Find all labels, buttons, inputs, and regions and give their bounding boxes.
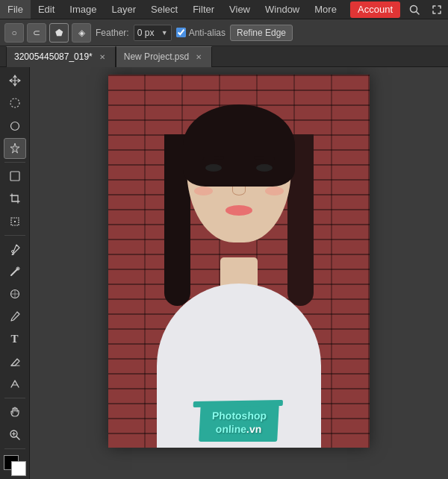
magic-wand-tool[interactable] bbox=[4, 138, 26, 159]
lasso-tools-group: ○ ⊂ ⬟ ◈ bbox=[4, 23, 91, 43]
menu-account[interactable]: Account bbox=[350, 1, 400, 18]
menu-view[interactable]: View bbox=[222, 0, 258, 19]
watermark-line2-prefix: online bbox=[215, 423, 246, 435]
svg-point-3 bbox=[10, 122, 19, 130]
refine-edge-button[interactable]: Refine Edge bbox=[230, 25, 293, 41]
lasso-btn[interactable]: ⊂ bbox=[27, 23, 46, 43]
ellipse-marquee-btn[interactable]: ○ bbox=[4, 23, 24, 43]
menu-layer[interactable]: Layer bbox=[105, 0, 144, 19]
blush-left bbox=[194, 187, 213, 195]
transform-tool[interactable] bbox=[4, 210, 26, 231]
circle-select-tool[interactable] bbox=[4, 115, 26, 136]
watermark-line2-suffix: .vn bbox=[246, 423, 262, 435]
watermark-text: Photoshop online.vn bbox=[211, 409, 267, 436]
eraser-tool[interactable] bbox=[4, 351, 26, 372]
antialias-label: Anti-alias bbox=[189, 28, 225, 38]
magnetic-lasso-btn[interactable]: ◈ bbox=[72, 23, 91, 43]
text-tool[interactable]: T bbox=[4, 329, 26, 350]
svg-line-14 bbox=[16, 436, 19, 439]
eyedropper-tool[interactable] bbox=[4, 239, 26, 260]
healing-brush-tool[interactable] bbox=[4, 261, 26, 282]
eyebrow-right bbox=[254, 156, 275, 160]
poly-lasso-btn[interactable]: ⬟ bbox=[49, 23, 69, 43]
lips bbox=[225, 205, 252, 216]
brush-tool[interactable] bbox=[4, 306, 26, 327]
watermark-line1: Photoshop bbox=[212, 410, 267, 422]
quick-selection-tool[interactable] bbox=[4, 166, 26, 187]
feather-input-group[interactable]: ▼ bbox=[134, 25, 172, 41]
canvas-wrapper: Photoshop online.vn bbox=[108, 75, 370, 448]
tab-2[interactable]: New Project.psd ✕ bbox=[116, 46, 212, 67]
feather-dropdown-arrow[interactable]: ▼ bbox=[161, 29, 168, 37]
crop-tool[interactable] bbox=[4, 188, 26, 209]
zoom-tool[interactable] bbox=[4, 424, 26, 445]
tab-2-close[interactable]: ✕ bbox=[193, 51, 204, 62]
svg-marker-4 bbox=[10, 143, 19, 153]
svg-rect-7 bbox=[14, 221, 16, 222]
svg-rect-5 bbox=[10, 172, 19, 181]
watermark-brush: Photoshop online.vn bbox=[199, 404, 279, 442]
canvas-image[interactable]: Photoshop online.vn bbox=[108, 75, 370, 448]
options-bar: ○ ⊂ ⬟ ◈ Feather: ▼ Anti-alias Refine Edg… bbox=[0, 19, 448, 46]
separator-1 bbox=[4, 162, 25, 163]
menubar: File Edit Image Layer Select Filter View… bbox=[0, 0, 448, 19]
move-tool[interactable] bbox=[4, 70, 26, 91]
svg-line-1 bbox=[417, 11, 420, 14]
tabs-bar: 32005445087_019* ✕ New Project.psd ✕ bbox=[0, 46, 448, 67]
vector-path-tool[interactable] bbox=[4, 374, 26, 395]
background-color[interactable] bbox=[11, 461, 26, 476]
menu-edit[interactable]: Edit bbox=[31, 0, 62, 19]
color-swatches[interactable] bbox=[4, 455, 26, 476]
separator-3 bbox=[4, 398, 25, 398]
menu-window[interactable]: Window bbox=[258, 0, 307, 19]
separator-4 bbox=[4, 448, 25, 449]
menu-select[interactable]: Select bbox=[143, 0, 185, 19]
antialias-checkbox-group[interactable]: Anti-alias bbox=[176, 28, 225, 38]
menu-file[interactable]: File bbox=[0, 0, 31, 19]
toolbar: T bbox=[0, 67, 30, 479]
svg-point-8 bbox=[11, 250, 13, 252]
menu-filter[interactable]: Filter bbox=[185, 0, 222, 19]
tab-1-close[interactable]: ✕ bbox=[97, 51, 108, 62]
tab-1[interactable]: 32005445087_019* ✕ bbox=[6, 46, 116, 67]
text-tool-icon: T bbox=[10, 333, 18, 345]
svg-point-2 bbox=[10, 98, 19, 107]
antialias-checkbox[interactable] bbox=[176, 28, 186, 37]
fullscreen-icon[interactable] bbox=[426, 0, 448, 19]
menu-image[interactable]: Image bbox=[62, 0, 104, 19]
search-icon[interactable] bbox=[403, 0, 426, 19]
menu-more[interactable]: More bbox=[307, 0, 344, 19]
feather-input[interactable] bbox=[137, 28, 160, 38]
patch-tool[interactable] bbox=[4, 284, 26, 304]
blush-right bbox=[265, 187, 284, 195]
tab-1-label: 32005445087_019* bbox=[14, 51, 93, 62]
lasso-tool[interactable] bbox=[4, 93, 26, 113]
tab-2-label: New Project.psd bbox=[124, 51, 189, 62]
eye-right bbox=[256, 164, 273, 172]
nose bbox=[232, 187, 246, 195]
face-features bbox=[187, 119, 291, 242]
canvas-area: Photoshop online.vn bbox=[30, 67, 448, 479]
hand-tool[interactable] bbox=[4, 401, 26, 422]
main-area: T bbox=[0, 67, 448, 479]
eye-left bbox=[205, 164, 222, 172]
eyebrow-left bbox=[203, 156, 224, 160]
separator-2 bbox=[4, 235, 25, 236]
feather-label: Feather: bbox=[96, 28, 129, 38]
watermark: Photoshop online.vn bbox=[199, 404, 278, 442]
